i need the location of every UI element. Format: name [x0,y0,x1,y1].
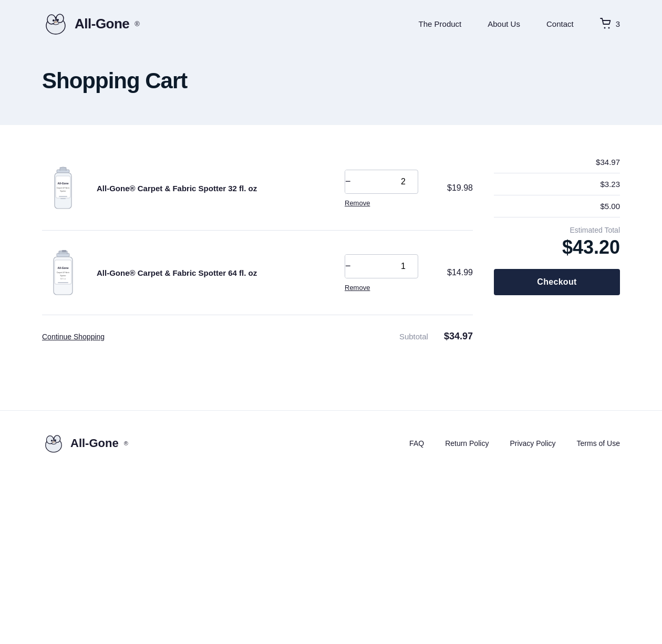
svg-point-1 [47,15,56,24]
svg-point-5 [54,21,57,23]
product-info-1: All-Gone® Carpet & Fabric Spotter 32 fl.… [97,183,332,194]
svg-point-30 [52,441,55,443]
item-price-1: $19.98 [431,183,473,193]
svg-rect-24 [62,250,66,252]
svg-point-3 [53,19,55,22]
product-image-1: All-Gone Carpet & Fabric Spotter [42,162,84,214]
qty-controls-1: − + [345,170,418,194]
svg-point-28 [51,440,53,441]
site-footer: All-Gone® FAQ Return Policy Privacy Poli… [0,410,662,476]
subtotal-label: Subtotal [399,332,428,341]
svg-point-7 [608,27,609,29]
svg-point-26 [46,436,54,444]
footer-logo-icon [42,432,65,455]
svg-text:Carpet & Fabric: Carpet & Fabric [57,187,70,189]
product-name-1: All-Gone® Carpet & Fabric Spotter 32 fl.… [97,183,332,194]
summary-row-2: $3.23 [494,173,620,195]
svg-point-29 [55,439,56,441]
svg-rect-23 [58,282,68,283]
page-title: Shopping Cart [42,68,620,94]
svg-rect-14 [59,196,67,197]
svg-point-6 [604,27,605,29]
item-price-2: $14.99 [431,268,473,277]
cart-footer: Continue Shopping Subtotal $34.97 [42,315,473,347]
product-bottle-32oz: All-Gone Carpet & Fabric Spotter [47,164,79,212]
cart-icon-area[interactable]: 3 [600,18,620,29]
cart-icon [600,18,613,29]
summary-row-3: $5.00 [494,195,620,217]
cart-section: All-Gone Carpet & Fabric Spotter All-Gon… [42,146,473,347]
svg-text:All-Gone: All-Gone [58,182,69,185]
main-nav: The Product About Us Contact 3 [419,18,620,29]
qty-remove-col-1: − + Remove [345,170,418,207]
svg-text:64 fl. oz: 64 fl. oz [60,278,66,280]
qty-input-1[interactable] [351,177,418,186]
qty-controls-2: − + [345,254,418,278]
svg-point-27 [54,435,60,443]
footer-faq[interactable]: FAQ [409,439,424,448]
qty-remove-col-2: − + Remove [345,254,418,292]
svg-text:All-Gone: All-Gone [58,266,69,269]
main-content: All-Gone Carpet & Fabric Spotter All-Gon… [0,125,662,379]
svg-text:Carpet & Fabric: Carpet & Fabric [57,272,70,274]
logo-icon [42,10,69,37]
subtotal-area: Subtotal $34.97 [399,331,473,342]
checkout-button[interactable]: Checkout [494,269,620,295]
svg-text:Spotter: Spotter [60,275,66,277]
estimated-total: $43.20 [494,236,620,258]
subtotal-value: $34.97 [444,331,473,342]
svg-point-4 [57,19,59,21]
page-hero-band: Shopping Cart [0,47,662,125]
qty-decrease-2[interactable]: − [345,255,351,278]
remove-button-1[interactable]: Remove [345,199,370,207]
qty-decrease-1[interactable]: − [345,170,351,193]
footer-logo-text: All-Gone [70,437,119,450]
product-name-2: All-Gone® Carpet & Fabric Spotter 64 fl.… [97,267,332,278]
svg-point-2 [56,14,64,23]
product-bottle-64oz: All-Gone Carpet & Fabric Spotter 64 fl. … [47,249,79,296]
footer-privacy-policy[interactable]: Privacy Policy [510,439,555,448]
continue-shopping-link[interactable]: Continue Shopping [42,333,105,341]
cart-item-2: All-Gone Carpet & Fabric Spotter 64 fl. … [42,231,473,315]
cart-count: 3 [616,19,620,28]
logo-link[interactable]: All-Gone® [42,10,140,37]
summary-value-2: $3.23 [600,180,620,189]
remove-button-2[interactable]: Remove [345,284,370,292]
order-summary: $34.97 $3.23 $5.00 Estimated Total $43.2… [494,146,620,347]
svg-text:Spotter: Spotter [60,190,66,192]
product-image-2: All-Gone Carpet & Fabric Spotter 64 fl. … [42,246,84,299]
footer-logo-link[interactable]: All-Gone® [42,432,128,455]
svg-rect-15 [60,198,66,199]
logo-text: All-Gone [75,16,129,32]
footer-terms[interactable]: Terms of Use [577,439,620,448]
summary-value-3: $5.00 [600,202,620,211]
nav-the-product[interactable]: The Product [419,19,462,28]
summary-value-1: $34.97 [596,158,620,167]
footer-logo-reg: ® [124,440,128,446]
logo-reg: ® [135,20,140,28]
summary-row-1: $34.97 [494,151,620,173]
estimated-label: Estimated Total [494,226,620,234]
footer-return-policy[interactable]: Return Policy [445,439,489,448]
site-header: All-Gone® The Product About Us Contact 3 [0,0,662,47]
nav-about-us[interactable]: About Us [488,19,520,28]
qty-input-2[interactable] [351,262,418,271]
footer-nav: FAQ Return Policy Privacy Policy Terms o… [409,439,620,448]
nav-contact[interactable]: Contact [546,19,574,28]
cart-item-1: All-Gone Carpet & Fabric Spotter All-Gon… [42,146,473,231]
product-info-2: All-Gone® Carpet & Fabric Spotter 64 fl.… [97,267,332,278]
